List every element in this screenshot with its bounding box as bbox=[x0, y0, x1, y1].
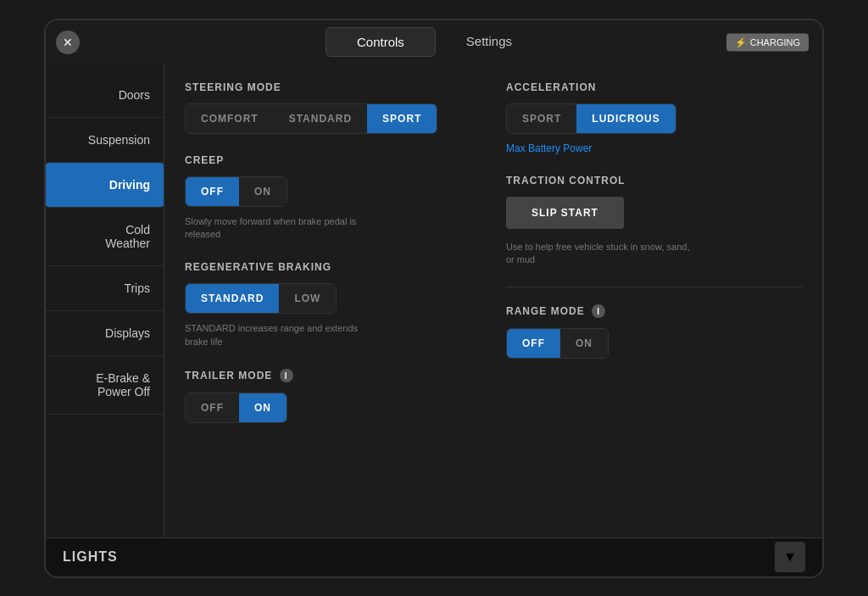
sidebar-item-doors[interactable]: Doors bbox=[46, 73, 164, 118]
sidebar-item-ebrake[interactable]: E-Brake &Power Off bbox=[46, 356, 164, 415]
panel-right: ACCELERATION SPORT LUDICROUS Max Battery… bbox=[506, 81, 802, 444]
traction-control-description: Use to help free vehicle stuck in snow, … bbox=[506, 241, 693, 267]
panel-left: STEERING MODE COMFORT STANDARD SPORT CRE… bbox=[185, 81, 481, 444]
main-content: Doors Suspension Driving ColdWeather Tri… bbox=[46, 64, 822, 538]
bottom-expand-icon[interactable]: ▼ bbox=[775, 542, 805, 572]
steering-sport-btn[interactable]: SPORT bbox=[367, 104, 437, 133]
charging-badge: ⚡ CHARGING bbox=[726, 33, 809, 51]
sidebar-item-driving[interactable]: Driving bbox=[46, 163, 164, 208]
steering-mode-title: STEERING MODE bbox=[185, 81, 481, 93]
range-off-btn[interactable]: OFF bbox=[507, 329, 560, 358]
sidebar-item-displays[interactable]: Displays bbox=[46, 311, 164, 356]
tab-controls[interactable]: Controls bbox=[326, 27, 436, 57]
steering-standard-btn[interactable]: STANDARD bbox=[274, 104, 367, 133]
panel-columns: STEERING MODE COMFORT STANDARD SPORT CRE… bbox=[185, 81, 802, 444]
range-mode-toggle: OFF ON bbox=[506, 328, 609, 359]
trailer-off-btn[interactable]: OFF bbox=[186, 393, 239, 422]
acceleration-sport-btn[interactable]: SPORT bbox=[507, 104, 576, 133]
charging-label: CHARGING bbox=[750, 37, 800, 47]
slip-start-button[interactable]: SLIP START bbox=[506, 197, 624, 229]
divider bbox=[506, 287, 802, 287]
traction-control-title: TRACTION CONTROL bbox=[506, 175, 802, 187]
trailer-mode-title: TRAILER MODE i bbox=[185, 369, 481, 382]
creep-section: CREEP OFF ON Slowly move forward when br… bbox=[185, 154, 481, 242]
trailer-mode-section: TRAILER MODE i OFF ON bbox=[185, 369, 481, 423]
regen-braking-title: REGENERATIVE BRAKING bbox=[185, 261, 481, 273]
acceleration-ludicrous-btn[interactable]: LUDICROUS bbox=[576, 104, 675, 133]
acceleration-title: ACCELERATION bbox=[506, 81, 802, 93]
top-bar: ✕ Controls Settings ⚡ CHARGING bbox=[46, 20, 822, 64]
creep-on-btn[interactable]: ON bbox=[239, 177, 287, 206]
creep-off-btn[interactable]: OFF bbox=[186, 177, 239, 206]
creep-toggle: OFF ON bbox=[185, 176, 287, 207]
regen-braking-description: STANDARD increases range and extends bra… bbox=[185, 322, 371, 348]
steering-comfort-btn[interactable]: COMFORT bbox=[186, 104, 274, 133]
sidebar: Doors Suspension Driving ColdWeather Tri… bbox=[46, 64, 164, 538]
steering-mode-section: STEERING MODE COMFORT STANDARD SPORT bbox=[185, 81, 481, 134]
regen-standard-btn[interactable]: STANDARD bbox=[186, 284, 279, 313]
max-battery-link[interactable]: Max Battery Power bbox=[506, 142, 802, 154]
expand-chevron-icon: ▼ bbox=[783, 549, 797, 565]
range-mode-section: RANGE MODE i OFF ON bbox=[506, 304, 802, 359]
regen-braking-section: REGENERATIVE BRAKING STANDARD LOW STANDA… bbox=[185, 261, 481, 348]
creep-title: CREEP bbox=[185, 154, 481, 166]
regen-low-btn[interactable]: LOW bbox=[279, 284, 336, 313]
trailer-mode-info-icon[interactable]: i bbox=[280, 369, 293, 382]
lights-label: LIGHTS bbox=[63, 549, 118, 565]
trailer-on-btn[interactable]: ON bbox=[239, 393, 287, 422]
traction-control-section: TRACTION CONTROL SLIP START Use to help … bbox=[506, 175, 802, 267]
regen-braking-toggle: STANDARD LOW bbox=[185, 283, 337, 314]
tab-container: Controls Settings bbox=[326, 27, 542, 57]
tab-settings[interactable]: Settings bbox=[436, 27, 542, 57]
acceleration-section: ACCELERATION SPORT LUDICROUS Max Battery… bbox=[506, 81, 802, 154]
steering-mode-toggle: COMFORT STANDARD SPORT bbox=[185, 103, 437, 134]
trailer-mode-toggle: OFF ON bbox=[185, 393, 287, 423]
bottom-bar: LIGHTS ▼ bbox=[46, 538, 822, 577]
acceleration-toggle: SPORT LUDICROUS bbox=[506, 103, 676, 134]
sidebar-item-cold-weather[interactable]: ColdWeather bbox=[46, 208, 164, 266]
range-mode-title: RANGE MODE i bbox=[506, 304, 802, 318]
creep-description: Slowly move forward when brake pedal is … bbox=[185, 215, 371, 242]
close-button[interactable]: ✕ bbox=[56, 31, 80, 54]
charging-icon: ⚡ bbox=[735, 36, 747, 47]
range-mode-info-icon[interactable]: i bbox=[592, 304, 605, 318]
screen-container: ✕ Controls Settings ⚡ CHARGING Doors Sus… bbox=[44, 19, 824, 578]
range-on-btn[interactable]: ON bbox=[560, 329, 608, 358]
driving-panel: STEERING MODE COMFORT STANDARD SPORT CRE… bbox=[164, 64, 822, 538]
sidebar-item-suspension[interactable]: Suspension bbox=[46, 118, 164, 163]
sidebar-item-trips[interactable]: Trips bbox=[46, 266, 164, 311]
